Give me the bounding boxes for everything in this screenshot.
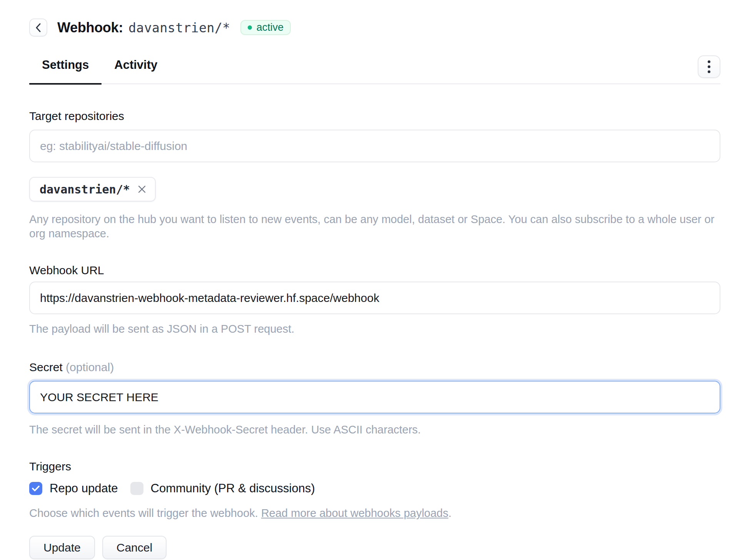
cancel-button[interactable]: Cancel bbox=[102, 536, 167, 559]
triggers-help-period: . bbox=[448, 507, 452, 519]
webhook-url-help: The payload will be sent as JSON in a PO… bbox=[29, 322, 720, 336]
status-badge: active bbox=[240, 20, 291, 35]
webhooks-payloads-link[interactable]: Read more about webhooks payloads bbox=[261, 507, 448, 519]
webhook-url-input[interactable] bbox=[29, 282, 720, 314]
repository-chip-row: davanstrien/* bbox=[29, 177, 720, 202]
webhook-url-label: Webhook URL bbox=[29, 263, 720, 278]
target-repositories-input[interactable] bbox=[29, 130, 720, 162]
page-header: Webhook:davanstrien/* active bbox=[29, 18, 720, 37]
webhook-name: davanstrien/* bbox=[128, 20, 230, 35]
checkbox-unchecked-icon[interactable] bbox=[130, 482, 143, 495]
status-badge-label: active bbox=[257, 22, 284, 33]
triggers-options-row: Repo update Community (PR & discussions) bbox=[29, 482, 720, 495]
webhook-settings-page: Webhook:davanstrien/* active Settings Ac… bbox=[0, 0, 740, 560]
form-actions: Update Cancel bbox=[29, 536, 720, 560]
secret-label: Secret (optional) bbox=[29, 360, 720, 375]
target-repositories-label: Target repositories bbox=[29, 109, 720, 123]
title-prefix: Webhook: bbox=[57, 20, 123, 35]
checkbox-repo-update-label: Repo update bbox=[50, 482, 118, 495]
close-icon bbox=[137, 185, 147, 194]
secret-label-text: Secret bbox=[29, 361, 63, 373]
checkbox-checked-icon[interactable] bbox=[29, 482, 42, 495]
checkbox-community[interactable]: Community (PR & discussions) bbox=[130, 482, 315, 495]
repository-chip-label: davanstrien/* bbox=[40, 183, 130, 196]
status-dot-icon bbox=[248, 25, 252, 30]
checkbox-repo-update[interactable]: Repo update bbox=[29, 482, 118, 495]
update-button[interactable]: Update bbox=[29, 536, 95, 559]
tab-bar: Settings Activity bbox=[29, 52, 720, 84]
chevron-left-icon bbox=[35, 23, 42, 33]
chip-remove-button[interactable] bbox=[137, 185, 147, 194]
checkbox-community-label: Community (PR & discussions) bbox=[151, 482, 315, 495]
triggers-label: Triggers bbox=[29, 459, 720, 474]
target-repositories-help: Any repository on the hub you want to li… bbox=[29, 212, 720, 241]
page-title: Webhook:davanstrien/* bbox=[57, 20, 230, 36]
tab-settings[interactable]: Settings bbox=[29, 52, 102, 83]
secret-optional-text: (optional) bbox=[66, 361, 114, 373]
tab-activity[interactable]: Activity bbox=[102, 52, 170, 83]
triggers-help: Choose which events will trigger the web… bbox=[29, 506, 720, 520]
kebab-menu-icon bbox=[708, 60, 710, 73]
secret-input[interactable] bbox=[29, 381, 720, 413]
repository-chip: davanstrien/* bbox=[29, 177, 156, 202]
triggers-help-text: Choose which events will trigger the web… bbox=[29, 507, 261, 519]
back-button[interactable] bbox=[29, 18, 47, 37]
secret-help: The secret will be sent in the X-Webhook… bbox=[29, 423, 720, 437]
more-options-button[interactable] bbox=[698, 55, 720, 78]
